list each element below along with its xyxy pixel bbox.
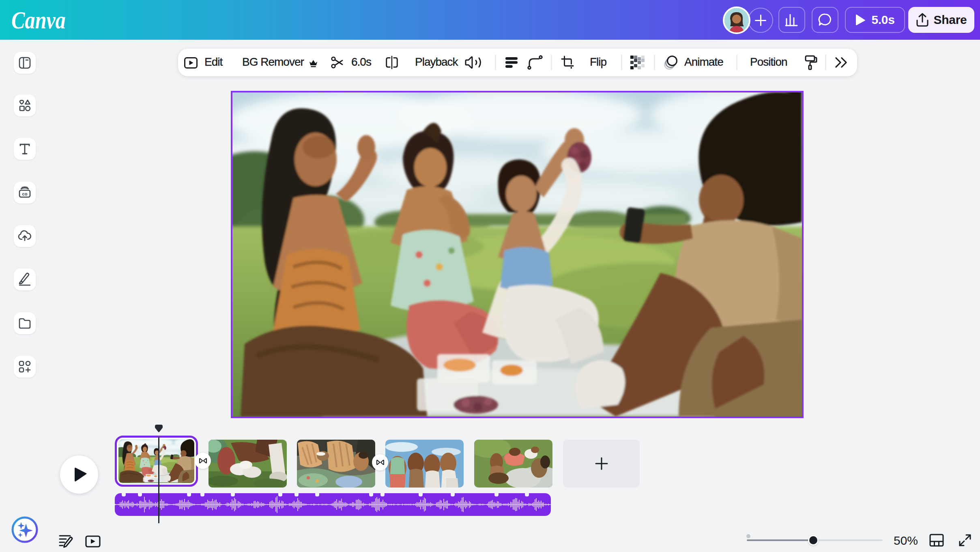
svg-text:co: co [22, 191, 28, 196]
svg-text:Canva: Canva [11, 6, 66, 34]
